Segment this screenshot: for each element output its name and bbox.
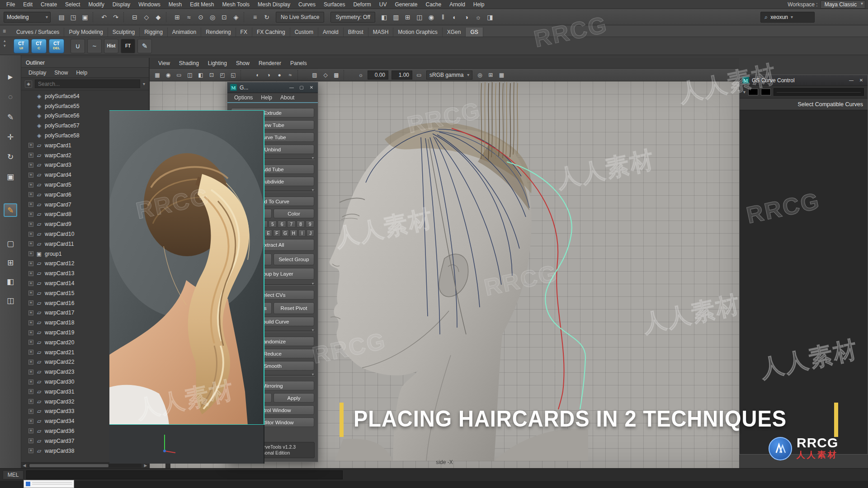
select-hierarchy-icon[interactable]: ⊟ bbox=[129, 12, 140, 23]
safe-title-icon[interactable]: ◱ bbox=[228, 70, 238, 80]
curve-control-titlebar[interactable]: M GS Curve Control — ✕ bbox=[740, 75, 868, 86]
render-settings-icon[interactable]: ☼ bbox=[473, 12, 484, 23]
ct-del-button[interactable]: CT DEL bbox=[49, 39, 64, 53]
shelf-tab[interactable]: Arnold bbox=[318, 28, 344, 37]
expand-icon[interactable]: + bbox=[28, 261, 33, 266]
quick-search-field[interactable]: ⌕ xeoxun ▾ bbox=[760, 12, 815, 23]
digit-button[interactable]: 8 bbox=[297, 221, 305, 228]
digit-button[interactable]: 7 bbox=[287, 221, 296, 228]
output-connections-icon[interactable]: ↻ bbox=[261, 12, 272, 23]
menu-item[interactable]: Curves bbox=[295, 1, 319, 8]
curve-tool-icon[interactable]: ∪ bbox=[71, 39, 85, 53]
color-swatch[interactable] bbox=[761, 89, 771, 95]
letter-button[interactable]: E bbox=[264, 230, 272, 237]
file-new-icon[interactable]: ▤ bbox=[56, 12, 67, 23]
shelf-tab[interactable]: Motion Graphics bbox=[393, 28, 442, 37]
curvetools-menu-item[interactable]: Help bbox=[257, 94, 276, 101]
expand-icon[interactable]: + bbox=[28, 163, 33, 168]
minimize-icon[interactable]: — bbox=[848, 78, 855, 83]
viewport-menu-item[interactable]: View bbox=[154, 60, 174, 66]
layout-icon[interactable]: ◫ bbox=[414, 12, 425, 23]
apply-button[interactable]: Apply bbox=[274, 393, 314, 403]
letter-button[interactable]: J bbox=[307, 230, 314, 237]
select-compatible-curves-button[interactable]: Select Compatible Curves bbox=[740, 99, 868, 110]
shelf-tab[interactable]: MASH bbox=[368, 28, 394, 37]
shelf-tab[interactable]: Animation bbox=[168, 28, 201, 37]
outliner-menu-item[interactable]: Show bbox=[51, 70, 71, 76]
input-connections-icon[interactable]: ≡ bbox=[250, 12, 260, 23]
redo-icon[interactable]: ↷ bbox=[110, 12, 121, 23]
shelf-tab[interactable]: Curves / Surfaces bbox=[12, 28, 64, 37]
expand-icon[interactable]: + bbox=[28, 212, 33, 217]
symmetry-selector[interactable]: Symmetry: Off bbox=[330, 12, 375, 23]
menu-item[interactable]: Mesh Tools bbox=[219, 1, 253, 8]
menu-item[interactable]: Surfaces bbox=[320, 1, 349, 8]
exposure-field[interactable]: 0.00 bbox=[368, 70, 388, 80]
shelf-menu-icon[interactable]: ≡ bbox=[3, 28, 6, 34]
expand-icon[interactable]: + bbox=[28, 241, 33, 246]
digit-button[interactable]: 9 bbox=[306, 221, 314, 228]
resolution-gate-icon[interactable]: ◫ bbox=[185, 70, 195, 80]
expand-icon[interactable]: + bbox=[28, 419, 33, 424]
reference-photo-image[interactable] bbox=[109, 110, 264, 425]
rotate-tool-icon[interactable]: ↻ bbox=[4, 150, 17, 164]
menu-item[interactable]: Display bbox=[109, 1, 134, 8]
camera-select-icon[interactable]: ▦ bbox=[152, 70, 162, 80]
expand-icon[interactable]: + bbox=[28, 291, 33, 296]
hist-icon[interactable]: Hist bbox=[104, 39, 118, 53]
expand-icon[interactable]: + bbox=[28, 428, 33, 433]
reference-photo[interactable] bbox=[109, 110, 264, 464]
field-icon[interactable]: ⊞ bbox=[486, 70, 495, 80]
menu-item[interactable]: Deform bbox=[349, 1, 374, 8]
camera-lock-icon[interactable]: ◉ bbox=[163, 70, 173, 80]
render-view-icon[interactable]: ▥ bbox=[391, 12, 401, 23]
separator[interactable] bbox=[166, 12, 170, 22]
outliner-menu-item[interactable]: Help bbox=[72, 70, 91, 76]
mel-mode-button[interactable]: MEL bbox=[3, 470, 24, 479]
maximize-icon[interactable]: ▢ bbox=[298, 85, 305, 90]
color-swatch[interactable] bbox=[748, 89, 758, 95]
snap-viewplane-icon[interactable]: ⊡ bbox=[219, 12, 230, 23]
taskbar-popup[interactable] bbox=[24, 480, 74, 488]
ipr-render-icon[interactable]: ◑ bbox=[461, 12, 472, 23]
viewport-menu-item[interactable]: Show bbox=[232, 60, 254, 66]
expand-icon[interactable]: + bbox=[28, 153, 33, 158]
occlusion-icon[interactable]: ● bbox=[274, 70, 284, 80]
expand-icon[interactable]: + bbox=[28, 281, 33, 286]
snap-curve-icon[interactable]: ≈ bbox=[184, 12, 194, 23]
digit-button[interactable]: 6 bbox=[278, 221, 286, 228]
expand-icon[interactable]: + bbox=[28, 183, 33, 188]
render-icon[interactable]: ◐ bbox=[449, 12, 460, 23]
expand-icon[interactable]: + bbox=[28, 300, 33, 305]
curvetools-titlebar[interactable]: M G... — ▢ ✕ bbox=[227, 82, 318, 93]
expand-icon[interactable]: + bbox=[28, 360, 33, 365]
reset-pivot-button[interactable]: Reset Pivot bbox=[274, 302, 314, 314]
expand-icon[interactable]: + bbox=[28, 448, 33, 453]
expand-icon[interactable]: + bbox=[28, 438, 33, 443]
chevron-down-icon[interactable]: ▾ bbox=[143, 81, 145, 86]
expand-icon[interactable]: + bbox=[28, 330, 33, 335]
shadows-icon[interactable]: ◑ bbox=[264, 70, 274, 80]
selection-highlight-icon[interactable]: ◉ bbox=[426, 12, 437, 23]
expand-icon[interactable]: + bbox=[28, 320, 33, 325]
expand-icon[interactable]: + bbox=[28, 399, 33, 404]
separator[interactable] bbox=[123, 12, 127, 22]
outliner-menu-item[interactable]: Display bbox=[25, 70, 50, 76]
scale-tool-icon[interactable]: ▣ bbox=[4, 170, 17, 183]
layout-outliner-icon[interactable]: ◫ bbox=[4, 294, 17, 307]
curve-list-area[interactable] bbox=[740, 110, 868, 454]
shelf-tab[interactable]: Rendering bbox=[201, 28, 236, 37]
shelf-tab[interactable]: Sculpting bbox=[108, 28, 140, 37]
grid-display-icon[interactable]: ⊞ bbox=[402, 12, 413, 23]
curve-name-field[interactable] bbox=[774, 88, 864, 96]
expand-icon[interactable]: + bbox=[28, 370, 33, 375]
expand-icon[interactable]: + bbox=[28, 173, 33, 178]
pencil-icon[interactable]: ✎ bbox=[137, 39, 152, 53]
menu-item[interactable]: Edit bbox=[19, 1, 36, 8]
shelf-tab[interactable]: FX bbox=[236, 28, 252, 37]
outliner-node-row[interactable]: + polySurface54 bbox=[21, 91, 149, 101]
select-component-icon[interactable]: ◆ bbox=[153, 12, 164, 23]
filter-icon[interactable]: ◈ bbox=[25, 80, 32, 88]
ct-ui-button[interactable]: CT UI bbox=[14, 39, 29, 53]
isolate-select-icon[interactable]: ◎ bbox=[475, 70, 485, 80]
